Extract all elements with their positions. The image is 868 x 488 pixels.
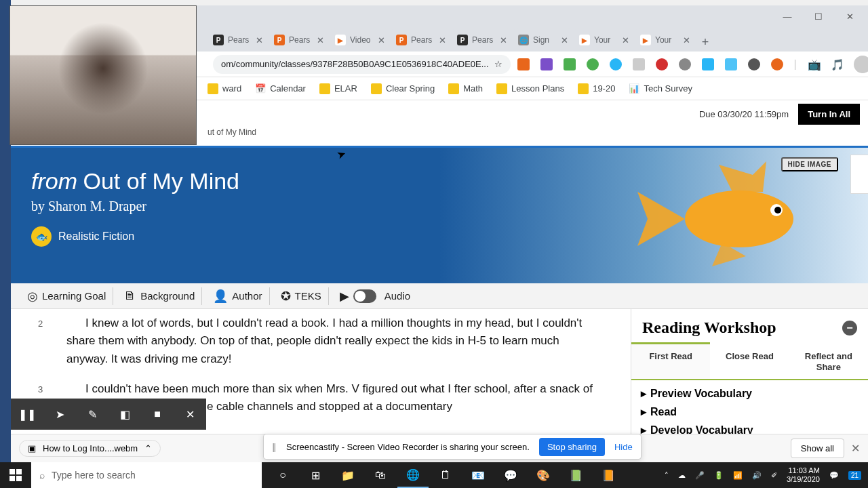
close-icon[interactable]: ✕ (174, 399, 206, 430)
browser-tab[interactable]: 🌐Sign✕ (513, 28, 574, 52)
bookmark-item[interactable]: ELAR (319, 83, 357, 94)
toolbar-item[interactable]: ◎Learning Goal (20, 287, 113, 305)
browser-tab[interactable]: PPears✕ (391, 28, 452, 52)
ext-icon[interactable] (656, 58, 668, 70)
ext-icon[interactable] (587, 58, 599, 70)
taskview-icon[interactable]: ⊞ (300, 462, 331, 488)
star-icon[interactable]: ☆ (494, 59, 502, 69)
start-button[interactable] (0, 462, 31, 488)
toolbar-icon: ✪ (281, 289, 291, 304)
bookmark-item[interactable]: 📊Tech Survey (629, 83, 692, 94)
store-icon[interactable]: 🛍 (365, 462, 396, 488)
pen-icon[interactable]: ✎ (76, 399, 108, 430)
cast-icon[interactable]: 📺 (808, 58, 820, 70)
ext-icon[interactable] (610, 58, 622, 70)
toolbar-item[interactable]: 🗎Background (117, 287, 202, 305)
paint-icon[interactable]: 🎨 (528, 462, 559, 488)
taskbar-search[interactable]: ⌕ Type here to search (31, 462, 262, 488)
powerpoint-icon[interactable]: 📙 (593, 462, 624, 488)
window-maximize[interactable]: ☐ (803, 6, 834, 26)
action-center-icon[interactable]: 💬 (829, 471, 839, 480)
ext-icon[interactable] (725, 58, 737, 70)
mic-icon[interactable]: 🎤 (695, 471, 705, 480)
bookmark-item[interactable]: 📅Calendar (255, 83, 306, 94)
cortana-icon[interactable]: ○ (267, 462, 298, 488)
ext-icon[interactable] (540, 58, 553, 70)
tray-chevron-icon[interactable]: ˄ (665, 471, 669, 480)
browser-tab[interactable]: PPears✕ (208, 28, 269, 52)
toolbar-item[interactable]: 👤Author (206, 287, 269, 305)
show-all-downloads[interactable]: Show all (791, 439, 844, 458)
excel-icon[interactable]: 📗 (560, 462, 591, 488)
bookmark-item[interactable]: Math (448, 83, 483, 94)
tab-close-icon[interactable]: ✕ (378, 35, 385, 45)
ext-icon[interactable] (633, 58, 645, 70)
stop-sharing-button[interactable]: Stop sharing (539, 438, 605, 456)
tab-close-icon[interactable]: ✕ (439, 35, 446, 45)
window-minimize[interactable]: — (772, 6, 803, 26)
sidebar-tab[interactable]: Close Read (710, 342, 789, 379)
close-downloads-bar[interactable]: ✕ (851, 442, 860, 455)
bookmark-item[interactable]: Clear Spring (371, 83, 435, 94)
new-tab-button[interactable]: + (696, 33, 715, 52)
download-item[interactable]: ▣ How to Log Into....webm ⌃ (19, 440, 161, 457)
toolbar-item[interactable]: ▶Audio (333, 287, 417, 305)
notification-badge: 21 (848, 471, 861, 480)
tab-close-icon[interactable]: ✕ (683, 35, 690, 45)
eraser-icon[interactable]: ◧ (108, 399, 141, 430)
browser-tab[interactable]: ▶Your✕ (635, 28, 696, 52)
media-icon[interactable]: 🎵 (831, 58, 843, 70)
browser-tab[interactable]: ▶Your✕ (574, 28, 635, 52)
battery-icon[interactable]: 🔋 (714, 471, 724, 480)
bookmark-item[interactable]: ward (208, 83, 241, 94)
tab-favicon: ▶ (579, 35, 590, 45)
toolbar-item[interactable]: ✪TEKS (274, 287, 329, 305)
ext-icon[interactable] (517, 58, 530, 70)
bookmark-item[interactable]: Lesson Plans (496, 83, 564, 94)
window-close[interactable]: ✕ (834, 6, 865, 26)
wifi-icon[interactable]: 📶 (733, 471, 743, 480)
toolbar-label: Audio (384, 290, 410, 302)
paragraph: 2I knew a lot of words, but I couldn't r… (38, 314, 604, 368)
pointer-icon[interactable]: ➤ (43, 399, 76, 430)
sidebar-list-item[interactable]: ▸Preview Vocabulary (631, 384, 868, 403)
tab-label: Your (655, 35, 671, 45)
browser-tab[interactable]: ▶Video✕ (330, 28, 391, 52)
ext-icon[interactable] (702, 58, 714, 70)
webcam-overlay[interactable] (9, 5, 197, 145)
browser-tab[interactable]: PPears✕ (452, 28, 513, 52)
menu-button[interactable]: ☰ Menu (850, 155, 868, 194)
collapse-icon[interactable]: − (842, 321, 857, 336)
pen-tray-icon[interactable]: ✐ (771, 471, 777, 480)
ext-icon[interactable] (748, 58, 760, 70)
ext-icon[interactable] (679, 58, 691, 70)
sidebar-list-item[interactable]: ▸Read (631, 403, 868, 421)
tab-close-icon[interactable]: ✕ (256, 35, 263, 45)
ext-icon[interactable] (564, 58, 576, 70)
browser-tab[interactable]: PPears✕ (269, 28, 330, 52)
tab-close-icon[interactable]: ✕ (317, 35, 324, 45)
sidebar-tab[interactable]: Reflect and Share (789, 342, 868, 379)
taskbar-clock[interactable]: 11:03 AM3/19/2020 (787, 466, 820, 484)
ext-icon[interactable] (771, 58, 783, 70)
svg-point-2 (774, 207, 781, 214)
pause-icon[interactable]: ❚❚ (11, 399, 43, 430)
sticky-notes-icon[interactable]: 🗒 (430, 462, 461, 488)
chevron-up-icon[interactable]: ⌃ (144, 443, 152, 453)
turn-in-button[interactable]: Turn In All (798, 104, 860, 125)
tab-close-icon[interactable]: ✕ (561, 35, 568, 45)
address-bar[interactable]: om/community/classes/9378F28B50B0A9C1E05… (213, 55, 511, 74)
tab-close-icon[interactable]: ✕ (500, 35, 507, 45)
skype-icon[interactable]: 💬 (495, 462, 526, 488)
profile-avatar[interactable] (854, 56, 868, 73)
chrome-icon[interactable]: 🌐 (397, 462, 429, 488)
volume-icon[interactable]: 🔊 (752, 471, 762, 480)
onedrive-icon[interactable]: ☁ (678, 471, 686, 480)
camera-icon[interactable]: ■ (141, 399, 174, 430)
bookmark-item[interactable]: 19-20 (578, 83, 615, 94)
hide-banner-button[interactable]: Hide (614, 442, 633, 452)
outlook-icon[interactable]: 📧 (462, 462, 494, 488)
tab-close-icon[interactable]: ✕ (622, 35, 629, 45)
sidebar-tab[interactable]: First Read (631, 342, 710, 379)
explorer-icon[interactable]: 📁 (332, 462, 363, 488)
